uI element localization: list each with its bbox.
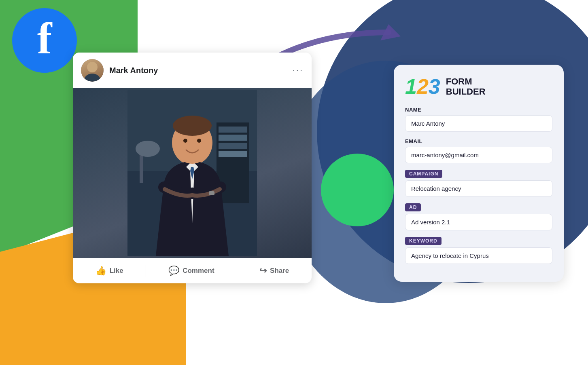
name-label: NAME bbox=[405, 107, 552, 113]
logo-numbers: 1 2 3 bbox=[405, 76, 440, 97]
svg-rect-6 bbox=[219, 127, 247, 133]
svg-point-15 bbox=[183, 139, 187, 143]
fb-share-button[interactable]: ↪ Share bbox=[253, 262, 295, 279]
svg-rect-17 bbox=[209, 191, 214, 195]
person-illustration bbox=[127, 90, 257, 256]
facebook-post-card: Mark Antony ··· bbox=[73, 53, 312, 283]
campaign-field-group: CAMPAIGN bbox=[405, 170, 552, 197]
fb-actions-bar: 👍 Like 💬 Comment ↪ Share bbox=[73, 258, 312, 283]
comment-icon: 💬 bbox=[168, 266, 179, 276]
svg-rect-7 bbox=[219, 135, 247, 141]
form-logo: 1 2 3 FORM BUILDER bbox=[405, 76, 552, 97]
logo-text: FORM BUILDER bbox=[446, 76, 486, 97]
fb-separator-1 bbox=[146, 265, 146, 277]
fb-post-image bbox=[73, 88, 312, 258]
email-field-group: EMAIL bbox=[405, 138, 552, 163]
email-input[interactable] bbox=[405, 147, 552, 163]
comment-label: Comment bbox=[183, 267, 214, 275]
ad-input[interactable] bbox=[405, 214, 552, 230]
keyword-badge: KEYWORD bbox=[405, 237, 442, 245]
email-label: EMAIL bbox=[405, 138, 552, 144]
logo-digit-2: 2 bbox=[417, 76, 429, 97]
fb-card-header: Mark Antony ··· bbox=[73, 53, 312, 88]
green-circle-decoration bbox=[321, 154, 394, 226]
svg-point-14 bbox=[173, 116, 212, 136]
ad-field-group: AD bbox=[405, 203, 552, 230]
svg-point-2 bbox=[84, 74, 100, 82]
share-icon: ↪ bbox=[259, 266, 267, 276]
avatar-image bbox=[81, 59, 104, 82]
fb-separator-2 bbox=[237, 265, 237, 277]
logo-digit-3: 3 bbox=[429, 76, 440, 97]
fb-username: Mark Antony bbox=[109, 66, 158, 75]
like-icon: 👍 bbox=[96, 266, 106, 276]
campaign-badge: CAMPAIGN bbox=[405, 170, 442, 178]
avatar bbox=[81, 59, 104, 82]
background: f Mark Antony ··· bbox=[0, 0, 588, 365]
keyword-field-group: KEYWORD bbox=[405, 237, 552, 264]
svg-rect-8 bbox=[219, 143, 247, 149]
svg-rect-9 bbox=[219, 151, 247, 157]
form-builder-card: 1 2 3 FORM BUILDER NAME EMAIL CAMPAIGN bbox=[394, 65, 564, 282]
svg-point-16 bbox=[197, 139, 201, 143]
name-field-group: NAME bbox=[405, 107, 552, 132]
share-label: Share bbox=[270, 267, 289, 275]
like-label: Like bbox=[110, 267, 123, 275]
ad-badge: AD bbox=[405, 203, 421, 211]
name-input[interactable] bbox=[405, 115, 552, 132]
fb-comment-button[interactable]: 💬 Comment bbox=[162, 262, 221, 279]
svg-point-1 bbox=[87, 62, 98, 72]
fb-more-dots[interactable]: ··· bbox=[293, 65, 304, 76]
facebook-icon: f bbox=[12, 8, 77, 73]
svg-point-11 bbox=[136, 141, 160, 157]
keyword-input[interactable] bbox=[405, 247, 552, 264]
logo-digit-1: 1 bbox=[405, 76, 417, 97]
facebook-f-letter: f bbox=[37, 16, 52, 61]
fb-like-button[interactable]: 👍 Like bbox=[89, 262, 130, 279]
fb-user-info: Mark Antony bbox=[81, 59, 158, 82]
campaign-input[interactable] bbox=[405, 180, 552, 197]
